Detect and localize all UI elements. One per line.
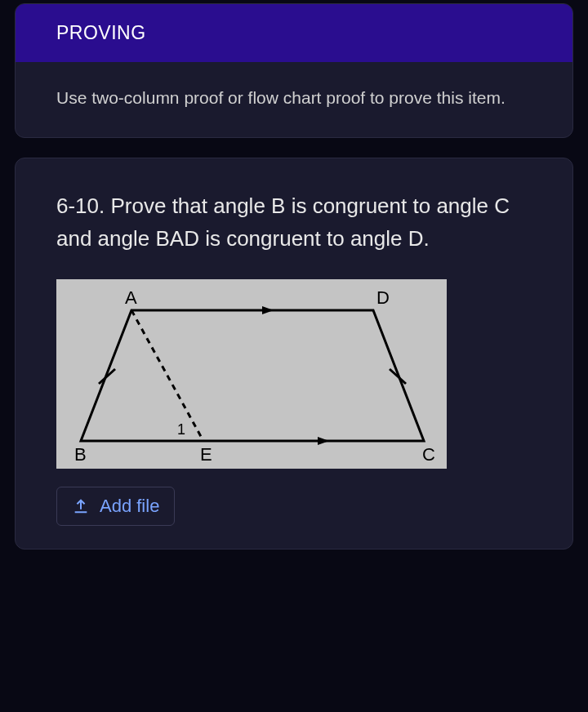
label-D: D xyxy=(376,287,390,308)
add-file-label: Add file xyxy=(100,496,159,517)
add-file-button[interactable]: Add file xyxy=(56,487,175,526)
problem-card: 6-10. Prove that angle B is congruent to… xyxy=(15,158,573,550)
problem-body: 6-10. Prove that angle B is congruent to… xyxy=(16,158,572,550)
label-E: E xyxy=(200,444,212,465)
header-title: PROVING xyxy=(56,22,146,43)
instruction-body: Use two-column proof or flow chart proof… xyxy=(16,62,572,137)
card-header: PROVING xyxy=(16,4,572,62)
upload-icon xyxy=(72,497,90,515)
label-A: A xyxy=(125,287,137,308)
label-B: B xyxy=(74,444,87,465)
geometry-figure: A D B C E 1 xyxy=(56,279,447,469)
instruction-text: Use two-column proof or flow chart proof… xyxy=(56,88,506,107)
problem-text: 6-10. Prove that angle B is congruent to… xyxy=(56,189,532,256)
label-C: C xyxy=(422,444,435,465)
label-angle1: 1 xyxy=(177,421,185,438)
instruction-card: PROVING Use two-column proof or flow cha… xyxy=(15,3,573,138)
